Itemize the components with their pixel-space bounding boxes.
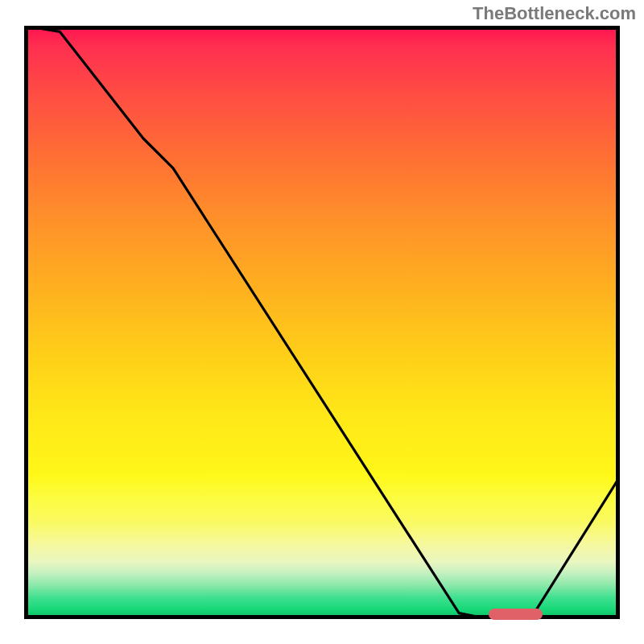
optimal-range-marker	[489, 609, 543, 620]
watermark-text: TheBottleneck.com	[473, 3, 636, 24]
chart-curve-svg	[24, 26, 620, 619]
chart-container	[24, 26, 620, 619]
bottleneck-curve-path	[24, 26, 620, 619]
